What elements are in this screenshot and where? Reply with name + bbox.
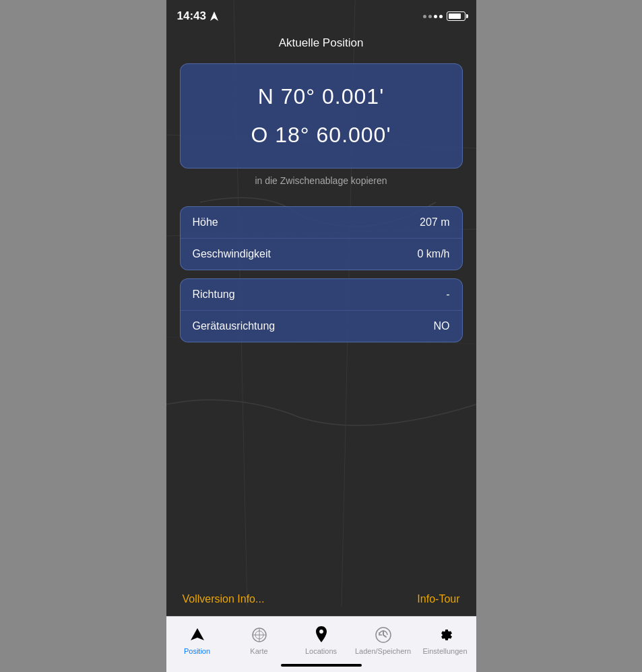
altitude-value: 207 m <box>420 216 449 228</box>
tab-einstellungen[interactable]: Einstellungen <box>414 625 476 655</box>
status-time: 14:43 <box>177 9 218 23</box>
tab-karte[interactable]: Karte <box>228 625 290 655</box>
direction-card: Richtung - Gerätausrichtung NO <box>180 278 463 342</box>
tab-position[interactable]: Position <box>166 625 228 655</box>
altitude-label: Höhe <box>193 216 218 228</box>
locations-tab-icon <box>312 625 331 644</box>
battery-indicator <box>447 11 466 21</box>
main-content: Aktuelle Position N 70° 0.001' O 18° 60.… <box>166 30 476 616</box>
signal-dot-2 <box>428 15 432 18</box>
direction-label: Richtung <box>193 288 235 301</box>
copy-to-clipboard-link[interactable]: in die Zwischenablage kopieren <box>255 175 387 186</box>
position-tab-label: Position <box>184 647 210 655</box>
karte-tab-icon <box>250 625 269 644</box>
device-orientation-row: Gerätausrichtung NO <box>181 311 462 342</box>
vollversion-link[interactable]: Vollversion Info... <box>183 593 265 605</box>
phone-frame: 14:43 Aktuelle Position N 70° 0.001' O 1… <box>166 0 476 672</box>
speed-label: Geschwindigkeit <box>193 248 271 260</box>
home-indicator <box>281 664 362 667</box>
karte-tab-label: Karte <box>250 647 267 655</box>
einstellungen-tab-label: Einstellungen <box>422 647 467 655</box>
signal-dot-4 <box>439 15 443 18</box>
device-orientation-label: Gerätausrichtung <box>193 320 276 332</box>
signal-dot-1 <box>423 15 426 18</box>
direction-row: Richtung - <box>181 279 462 311</box>
coordinates-card[interactable]: N 70° 0.001' O 18° 60.000' <box>180 63 463 169</box>
battery-level <box>449 13 461 19</box>
altitude-speed-card: Höhe 207 m Geschwindigkeit 0 km/h <box>180 206 463 270</box>
device-orientation-value: NO <box>434 320 450 332</box>
altitude-row: Höhe 207 m <box>181 207 462 239</box>
laden-tab-icon <box>374 625 393 644</box>
location-arrow-icon <box>210 11 218 21</box>
signal-indicator <box>423 15 443 18</box>
speed-value: 0 km/h <box>417 248 449 260</box>
bottom-links: Vollversion Info... Info-Tour <box>180 593 463 605</box>
tab-locations[interactable]: Locations <box>290 625 352 655</box>
time-text: 14:43 <box>177 9 206 23</box>
locations-tab-label: Locations <box>305 647 337 655</box>
position-tab-icon <box>188 625 207 644</box>
latitude-display: N 70° 0.001' <box>258 84 384 109</box>
page-title: Aktuelle Position <box>279 36 364 50</box>
info-tour-link[interactable]: Info-Tour <box>417 593 459 605</box>
tab-laden[interactable]: Laden/Speichern <box>352 625 414 655</box>
speed-row: Geschwindigkeit 0 km/h <box>181 239 462 270</box>
laden-tab-label: Laden/Speichern <box>355 647 411 655</box>
status-bar: 14:43 <box>166 0 476 30</box>
tab-bar: Position Karte Locations <box>166 616 476 672</box>
einstellungen-tab-icon <box>436 625 455 644</box>
longitude-display: O 18° 60.000' <box>251 123 391 148</box>
direction-value: - <box>446 288 449 301</box>
signal-dot-3 <box>434 15 437 18</box>
status-right <box>423 11 466 21</box>
